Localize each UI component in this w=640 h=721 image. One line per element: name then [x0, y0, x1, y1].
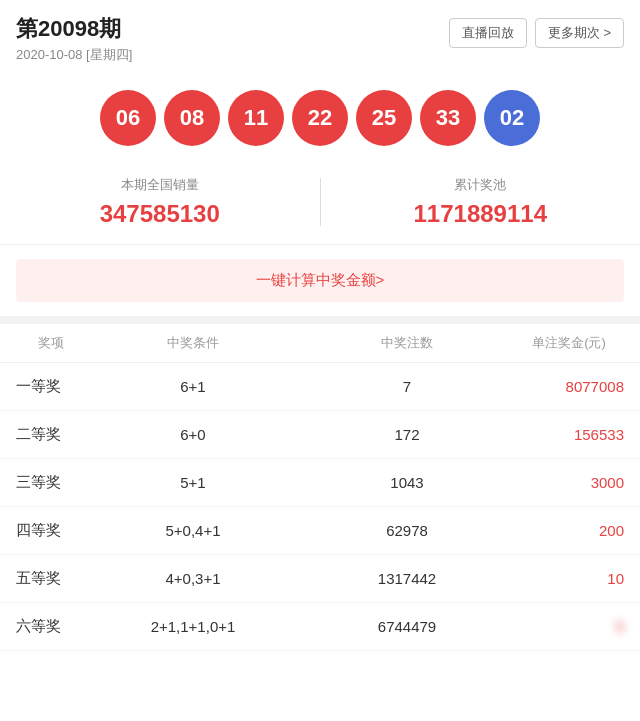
- pool-label: 累计奖池: [321, 176, 641, 194]
- sales-value: 347585130: [0, 200, 320, 228]
- page-header: 第20098期 2020-10-08 [星期四] 直播回放 更多期次 >: [0, 0, 640, 70]
- prize-cond-5: 4+0,3+1: [86, 570, 300, 587]
- sales-stat: 本期全国销量 347585130: [0, 176, 320, 228]
- header-buttons: 直播回放 更多期次 >: [449, 18, 624, 48]
- header-name: 奖项: [16, 334, 86, 352]
- prize-amount-3: 3000: [514, 474, 624, 491]
- prize-table: 奖项 中奖条件 中奖注数 单注奖金(元) 一等奖 6+1 7 8077008 二…: [0, 324, 640, 651]
- prize-cond-4: 5+0,4+1: [86, 522, 300, 539]
- prize-cond-2: 6+0: [86, 426, 300, 443]
- page-date: 2020-10-08 [星期四]: [16, 46, 132, 64]
- prize-count-1: 7: [300, 378, 514, 395]
- prize-name-2: 二等奖: [16, 425, 86, 444]
- prize-cond-3: 5+1: [86, 474, 300, 491]
- ball-6: 33: [420, 90, 476, 146]
- prize-amount-5: 10: [514, 570, 624, 587]
- prize-amount-1: 8077008: [514, 378, 624, 395]
- calculate-button[interactable]: 一键计算中奖金额>: [16, 259, 624, 302]
- prize-cond-1: 6+1: [86, 378, 300, 395]
- prize-count-2: 172: [300, 426, 514, 443]
- table-row: 四等奖 5+0,4+1 62978 200: [0, 507, 640, 555]
- ball-2: 08: [164, 90, 220, 146]
- calc-section: 一键计算中奖金额>: [0, 245, 640, 324]
- sales-label: 本期全国销量: [0, 176, 320, 194]
- ball-3: 11: [228, 90, 284, 146]
- table-row: 二等奖 6+0 172 156533: [0, 411, 640, 459]
- header-condition: 中奖条件: [86, 334, 300, 352]
- more-periods-button[interactable]: 更多期次 >: [535, 18, 624, 48]
- prize-cond-6: 2+1,1+1,0+1: [86, 618, 300, 635]
- prize-name-6: 六等奖: [16, 617, 86, 636]
- prize-count-6: 6744479: [300, 618, 514, 635]
- pool-value: 1171889114: [321, 200, 641, 228]
- prize-amount-4: 200: [514, 522, 624, 539]
- prize-name-4: 四等奖: [16, 521, 86, 540]
- header-count: 中奖注数: [300, 334, 514, 352]
- page-title: 第20098期: [16, 14, 132, 44]
- table-row: 五等奖 4+0,3+1 1317442 10: [0, 555, 640, 603]
- prize-count-4: 62978: [300, 522, 514, 539]
- table-row: 三等奖 5+1 1043 3000: [0, 459, 640, 507]
- pool-stat: 累计奖池 1171889114: [321, 176, 641, 228]
- stats-section: 本期全国销量 347585130 累计奖池 1171889114: [0, 166, 640, 245]
- ball-1: 06: [100, 90, 156, 146]
- prize-amount-2: 156533: [514, 426, 624, 443]
- table-row: 六等奖 2+1,1+1,0+1 6744479 5: [0, 603, 640, 651]
- prize-name-3: 三等奖: [16, 473, 86, 492]
- table-header: 奖项 中奖条件 中奖注数 单注奖金(元): [0, 324, 640, 363]
- prize-amount-6: 5: [514, 618, 624, 635]
- prize-name-5: 五等奖: [16, 569, 86, 588]
- header-left: 第20098期 2020-10-08 [星期四]: [16, 14, 132, 64]
- replay-button[interactable]: 直播回放: [449, 18, 527, 48]
- ball-blue: 02: [484, 90, 540, 146]
- prize-name-1: 一等奖: [16, 377, 86, 396]
- ball-4: 22: [292, 90, 348, 146]
- header-prize: 单注奖金(元): [514, 334, 624, 352]
- table-row: 一等奖 6+1 7 8077008: [0, 363, 640, 411]
- ball-5: 25: [356, 90, 412, 146]
- prize-count-3: 1043: [300, 474, 514, 491]
- balls-section: 06 08 11 22 25 33 02: [0, 70, 640, 166]
- prize-count-5: 1317442: [300, 570, 514, 587]
